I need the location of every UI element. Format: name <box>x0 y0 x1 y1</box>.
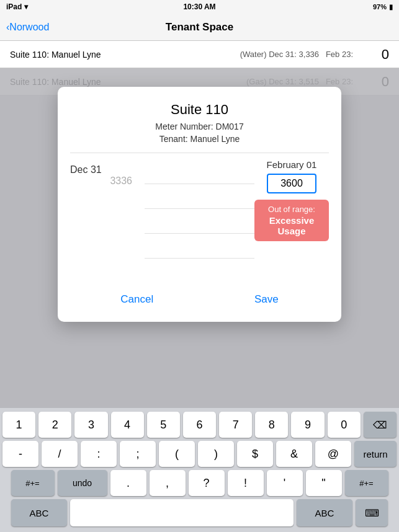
status-bar-right: 97% ▮ <box>373 3 393 11</box>
modal-right-section: February 01 Out of range: Excessive Usag… <box>254 159 329 246</box>
keyboard: 1 2 3 4 5 6 7 8 9 0 ⌫ - / : ; ( ) $ & @ … <box>0 408 399 532</box>
battery-icon: ▮ <box>389 3 393 11</box>
error-line2: Excessive Usage <box>262 215 321 236</box>
device-label: iPad <box>6 2 22 11</box>
delete-key[interactable]: ⌫ <box>364 412 397 438</box>
key-dollar[interactable]: $ <box>237 441 273 467</box>
key-dquote[interactable]: " <box>306 470 342 496</box>
save-button[interactable]: Save <box>242 290 291 309</box>
key-hashplus[interactable]: #+= <box>11 470 55 496</box>
key-3[interactable]: 3 <box>74 412 107 438</box>
kb-row-numbers: 1 2 3 4 5 6 7 8 9 0 ⌫ <box>2 412 397 438</box>
key-slash[interactable]: / <box>42 441 78 467</box>
key-1[interactable]: 1 <box>2 412 35 438</box>
key-8[interactable]: 8 <box>255 412 288 438</box>
key-abc-right[interactable]: ABC <box>297 499 352 526</box>
keyboard-icon[interactable]: ⌨ <box>356 499 388 526</box>
cancel-button[interactable]: Cancel <box>108 290 166 309</box>
key-exclaim[interactable]: ! <box>228 470 264 496</box>
modal-title: Suite 110 <box>70 102 329 118</box>
kb-row-symbols: - / : ; ( ) $ & @ return <box>2 441 397 467</box>
battery-label: 97% <box>373 3 387 11</box>
key-period[interactable]: . <box>110 470 146 496</box>
key-quote[interactable]: ' <box>267 470 303 496</box>
modal-center-lines <box>145 159 254 283</box>
key-minus[interactable]: - <box>2 441 38 467</box>
error-box: Out of range: Excessive Usage <box>254 200 329 241</box>
key-lparen[interactable]: ( <box>159 441 195 467</box>
modal-data-row: Dec 31 3336 February 01 Out of range: Ex… <box>70 159 329 283</box>
modal-divider <box>70 153 329 153</box>
modal-line-3 <box>145 209 254 234</box>
key-4[interactable]: 4 <box>111 412 144 438</box>
modal: Suite 110 Meter Number: DM017 Tenant: Ma… <box>58 87 341 322</box>
modal-left-section: Dec 31 3336 <box>70 159 145 187</box>
key-abc-left[interactable]: ABC <box>11 499 67 526</box>
key-0[interactable]: 0 <box>328 412 361 438</box>
status-bar: iPad ▾ 10:30 AM 97% ▮ <box>0 0 399 14</box>
back-button[interactable]: ‹ Norwood <box>6 22 49 33</box>
error-line1: Out of range: <box>262 205 321 214</box>
row1-value: 0 <box>358 47 389 63</box>
modal-input-wrap <box>267 174 316 193</box>
key-ampersand[interactable]: & <box>276 441 312 467</box>
key-2[interactable]: 2 <box>38 412 71 438</box>
modal-line-5 <box>145 259 254 283</box>
row1-middle: (Water) Dec 31: 3,336 Feb 23: <box>240 50 353 59</box>
meter-reading-input[interactable] <box>267 174 316 193</box>
nav-title: Tenant Space <box>166 21 233 33</box>
key-hashplus2[interactable]: #+= <box>345 470 388 496</box>
modal-meter: Meter Number: DM017 <box>70 122 329 131</box>
key-5[interactable]: 5 <box>147 412 180 438</box>
modal-line-4 <box>145 234 254 259</box>
modal-line-1 <box>145 159 254 184</box>
key-undo[interactable]: undo <box>58 470 107 496</box>
key-space[interactable] <box>70 499 294 526</box>
wifi-icon: ▾ <box>24 2 28 11</box>
list-row[interactable]: Suite 110: Manuel Lyne (Water) Dec 31: 3… <box>0 41 399 68</box>
key-at[interactable]: @ <box>315 441 351 467</box>
key-rparen[interactable]: ) <box>198 441 234 467</box>
key-6[interactable]: 6 <box>183 412 216 438</box>
key-colon[interactable]: : <box>81 441 117 467</box>
modal-left-date: Dec 31 <box>70 164 145 175</box>
kb-row-special: #+= undo . , ? ! ' " #+= <box>2 470 397 496</box>
modal-line-2 <box>145 184 254 209</box>
modal-tenant: Tenant: Manuel Lyne <box>70 134 329 144</box>
key-comma[interactable]: , <box>150 470 186 496</box>
kb-row-bottom: ABC ABC ⌨ <box>2 499 397 526</box>
key-question[interactable]: ? <box>189 470 225 496</box>
status-bar-left: iPad ▾ <box>6 2 28 11</box>
key-9[interactable]: 9 <box>291 412 324 438</box>
modal-buttons: Cancel Save <box>70 290 329 309</box>
modal-left-value: 3336 <box>70 175 145 187</box>
modal-right-date: February 01 <box>267 159 317 170</box>
return-key[interactable]: return <box>354 441 397 467</box>
key-7[interactable]: 7 <box>219 412 252 438</box>
nav-bar: ‹ Norwood Tenant Space <box>0 14 399 41</box>
back-label: Norwood <box>9 22 49 33</box>
key-semicolon[interactable]: ; <box>120 441 156 467</box>
status-bar-time: 10:30 AM <box>183 2 215 11</box>
row1-label: Suite 110: Manuel Lyne <box>10 50 240 60</box>
